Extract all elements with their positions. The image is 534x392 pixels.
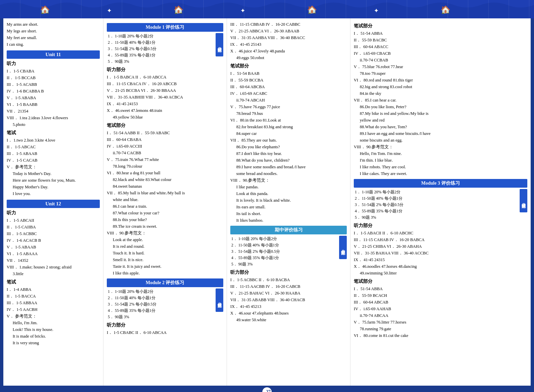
unit12-written-header: 笔试 <box>7 279 100 285</box>
m3-written: I． 51-54 ABBA II． 55-59 BCACH III． 60-64… <box>354 285 527 339</box>
mid-l4: VII． 31-35 ABABB VIII． 36-40 CHACB <box>230 297 347 303</box>
u12-w5: V． 参考范文： <box>7 313 100 320</box>
m1-l6b: 49.yellow 50.blue <box>107 114 223 121</box>
svg-text:✦: ✦ <box>107 7 112 14</box>
m3-l1: I． 1-5 ABACII II． 6-10 ABCHC <box>354 230 527 236</box>
m2r-w7d: 88.What do you have, Tom? <box>354 124 527 130</box>
u11-l1: I． 1-5 CBABA <box>7 68 100 74</box>
m1-written-header: 笔试部分 <box>107 123 223 129</box>
m1-w7a: Look at the apple. <box>107 236 223 243</box>
u12-w5b: Look! This is my house. <box>7 326 100 333</box>
svg-text:✦: ✦ <box>374 7 379 14</box>
m2r-w5: V． 75.blue 76.robot 77.hear <box>354 63 527 70</box>
score-cell: 5． 90题 3% <box>354 214 518 221</box>
m1-w6c: 87.What colour is your car? <box>107 210 223 216</box>
m2-w8a: I like pandas. <box>230 184 347 190</box>
m2-w8d: Its ears are small. <box>230 204 347 210</box>
u11-w5c: Happy Mother's Day. <box>7 184 100 190</box>
m2r-w6: VI． 80.red and round 81.this tiger <box>354 77 527 83</box>
unit11-header: Unit 11 <box>7 50 100 59</box>
m2r-w7f: some biscuits and an egg. <box>354 137 527 144</box>
score-row: 5． 90题 3% <box>230 261 337 267</box>
m2r-w7a: 86.Do you like lions, Peter? <box>354 104 527 110</box>
svg-text:🏠: 🏠 <box>174 5 184 15</box>
m3-written-header: 笔试部分 <box>354 278 527 284</box>
midterm-listening: I． 1-5 ACBBC II． 6-10 BACBA III． 11-15 A… <box>230 276 347 323</box>
m1-listening-header: 听力部分 <box>107 67 223 73</box>
m2-w7: VII． 85.They are our hats. <box>230 137 347 144</box>
m2-w3: III． 60-64 ABCBA <box>230 83 347 90</box>
u12-l8: VIII． 1.make; houses 2 strong; afraid <box>7 264 100 270</box>
m2-listening: I． 1-5 CBABC II． 6-10 ABCAA <box>107 329 223 336</box>
score-cell: 2． 11-50题 40% 每小题1分 <box>107 295 214 301</box>
intro-line-1: My arms are short. <box>7 21 100 28</box>
u12-l5: V． 1-5 ABAAB <box>7 244 100 250</box>
score-row: 5． 90题 3% <box>107 314 214 320</box>
m2-c2: V． 21-25 ABBCA VI． 26-30 ABAAB <box>230 28 347 34</box>
svg-rect-0 <box>0 0 534 18</box>
score-row: 3． 51-54题 2% 每小题0.5分 <box>107 46 214 52</box>
m2-w7b: 87.I don't like this toy bear. <box>230 150 347 157</box>
m1-w6: VII． 85.My ball is blue and white./My ba… <box>107 190 223 196</box>
m1-written: I． 51-54 AABB II． 55-59 ABABC III． 60-64… <box>107 130 223 276</box>
m2-w4: IV． i.65-69 ACABC <box>230 90 347 97</box>
m2r-w6b: 84.in the sky <box>354 90 527 97</box>
u11-w3: III． 1-5 ABAAB <box>7 150 100 157</box>
m2-c1: III． 11-15 CBBAB IV． 16-20 CABBC <box>230 21 347 28</box>
u12-w3: III． 1-5 ABBAA <box>7 300 100 306</box>
score-cell: 1． 1-10题 20% 每小题2分 <box>107 33 214 39</box>
m2-w6a: 82.for breakfast 83.big and strong <box>230 124 347 130</box>
m1-w3: IV． i.65-69 ACCIII <box>107 143 223 150</box>
score-cell: 5． 90题 3% <box>107 314 214 320</box>
m2-written-section: 笔试部分 <box>230 63 347 69</box>
m2r-w4b: ii.70-74 CCBAB <box>354 57 527 63</box>
u11-w1: I． 1.two 2.lion 3.kite 4.love <box>7 137 100 144</box>
score-cell: 3． 51-54题 2% 每小题0.5分 <box>107 301 214 308</box>
score-row: 1． 1-10题 20% 每小题2分 <box>107 288 214 295</box>
midterm-score-box: 1． 1-10题 20% 每小题2分 2． 11-50题 40% 每小题1分 3… <box>230 236 347 267</box>
score-cell: 5． 90题 3% <box>107 58 214 65</box>
intro-line-2: My legs are short. <box>7 28 100 34</box>
u12-l6: VI． 1-5 ABAAA <box>7 250 100 257</box>
score-row: 4． 55-89题 35% 每小题1分 <box>107 308 214 314</box>
m2r-w8d: I like cakes. They are sweet. <box>354 170 527 177</box>
m3-w5b: 78.running 79.gate <box>354 326 527 332</box>
right-left-column: III． 11-15 CBBAB IV． 16-20 CABBC V． 21-2… <box>227 18 350 386</box>
m1-w7e: Taste it. It is juicy and sweet. <box>107 263 223 270</box>
module1-score-box: 1． 1-10题 20% 每小题2分 2． 11-50题 40% 每小题1分 3… <box>107 33 223 65</box>
m2-w1: I． 51-54 BAAB <box>230 70 347 77</box>
u12-l8b: 3.little <box>7 270 100 277</box>
module2-score-table: 1． 1-10题 20% 每小题2分 2． 11-50题 40% 每小题1分 3… <box>107 288 214 320</box>
m3-l6: X． 46.noodles 47.horses 48.dancing <box>354 263 527 270</box>
score-row: 1． 1-10题 20% 每小题2分 <box>107 33 214 39</box>
m3-l4: VII． 31-35 BAHAA VIII． 36-40 ACCBC <box>354 250 527 256</box>
m3-listening: I． 1-5 ABACII II． 6-10 ABCHC III． 11-15 … <box>354 230 527 276</box>
score-cell: 4． 55-89题 35% 每小题1分 <box>354 208 518 214</box>
u12-l3: III． 1-5 ACBBC <box>7 230 100 237</box>
m3-w6: VI． 80.come in 81.cut the cake <box>354 332 527 339</box>
m3-w2: II． 55-59 BCACH <box>354 292 527 299</box>
top-banner: 🏠 ✦ 🏠 ✦ 🏠 ✦ 🏠 <box>0 0 534 18</box>
m2-written: I． 51-54 BAAB II． 55-59 BCCBA III． 60-64… <box>230 70 347 224</box>
score-cell: 3． 51-54题 2% 每小题0.5分 <box>230 248 337 255</box>
m1-w1: I． 51-54 AABB II． 55-59 ABABC <box>107 130 223 136</box>
m3-w4b: ii.70-74 ABCAA <box>354 312 527 319</box>
m3-w3: III． 60-64 ABCAB <box>354 299 527 306</box>
score-cell: 1． 1-10题 20% 每小题2分 <box>354 189 518 195</box>
m2-l1: I． 1-5 CBABC II． 6-10 ABCAA <box>107 329 223 336</box>
u11-w2: II． 1-5 ABCAC <box>7 144 100 150</box>
m1-listening: I． 1-5 BABCA II． 6-10 ABCCA III． 11-15 C… <box>107 74 223 121</box>
intro-line-4: I can sing. <box>7 41 100 48</box>
m2r-w7c: yellow and red <box>354 117 527 124</box>
unit12-listening-header: 听力 <box>7 210 100 216</box>
u11-w5: V． 参考范文： <box>7 164 100 170</box>
mid-l5: IX． 41-45 45213 <box>230 303 347 310</box>
unit12-header: Unit 12 <box>7 200 100 208</box>
score-label-2: 分值分配 <box>216 288 223 312</box>
score-row: 2． 11-50题 40% 每小题1分 <box>230 242 337 248</box>
score-row: 3． 51-54题 2% 每小题0.5分 <box>107 301 214 308</box>
module2-header: Module 2 评价练习 <box>107 278 223 287</box>
m2r-w7: VII． 85.I can hear a car. <box>354 97 527 104</box>
m2-right-written: I． 51-54 ABBA II． 55-59 BACBC III． 60-64… <box>354 30 527 177</box>
m2-c4: IX． 41-45 25143 <box>230 41 347 48</box>
